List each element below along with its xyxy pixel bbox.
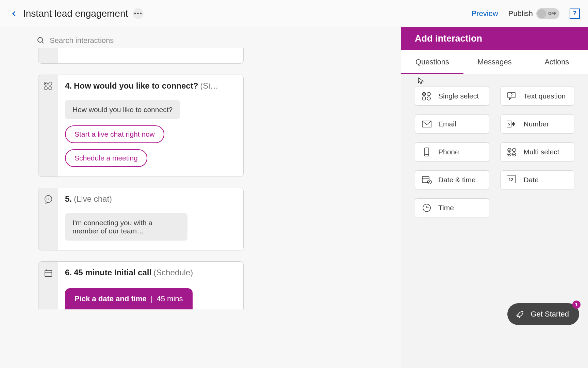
tab-actions[interactable]: Actions — [526, 50, 588, 74]
panel-tabs: Questions Messages Actions — [401, 50, 588, 74]
page-title: Instant lead engagement — [23, 8, 128, 19]
card-gutter — [38, 75, 58, 177]
svg-line-1 — [42, 42, 44, 43]
svg-point-5 — [44, 87, 47, 90]
email-icon — [421, 119, 432, 129]
top-bar: Instant lead engagement ••• Preview Publ… — [0, 0, 588, 27]
svg-point-9 — [48, 199, 49, 200]
help-button[interactable]: ? — [570, 9, 580, 19]
single-select-icon — [421, 91, 432, 101]
card-title-text: 45 minute Initial call — [74, 268, 151, 277]
qtype-label: Number — [524, 120, 549, 128]
workspace: 4. How would you like to connect? (Si… H… — [0, 27, 588, 368]
card-index: 6. — [65, 268, 72, 277]
svg-point-26 — [512, 148, 516, 152]
svg-point-0 — [38, 37, 43, 42]
publish-label: Publish — [508, 9, 533, 18]
card-type-meta: (Si… — [200, 81, 218, 91]
clock-icon — [421, 203, 432, 213]
svg-rect-11 — [45, 271, 52, 277]
svg-point-4 — [48, 82, 51, 85]
single-select-icon — [43, 81, 53, 91]
interaction-card-4[interactable]: 4. How would you like to connect? (Si… H… — [38, 75, 244, 177]
qtype-single-select[interactable]: Single select — [415, 87, 489, 106]
get-started-button[interactable]: Get Started 1 — [507, 303, 579, 325]
option-pill[interactable]: Start a live chat right now — [65, 125, 164, 143]
option-pills: Start a live chat right now Schedule a m… — [65, 119, 236, 167]
search-icon — [37, 36, 45, 45]
svg-point-19 — [427, 97, 430, 100]
qtype-time[interactable]: Time — [415, 198, 489, 217]
qtype-number[interactable]: 5 Number — [500, 114, 575, 134]
multi-select-icon — [507, 147, 518, 157]
qtype-date[interactable]: 12 Date — [500, 170, 575, 189]
side-panel: Add interaction Questions Messages Actio… — [401, 27, 588, 368]
search-row — [37, 36, 172, 45]
card-type-meta: (Live chat) — [74, 194, 112, 204]
phone-icon — [421, 147, 432, 157]
get-started-label: Get Started — [530, 310, 569, 319]
message-bubble: I'm connecting you with a member of our … — [65, 213, 187, 241]
qtype-date-time[interactable]: Date & time — [415, 170, 489, 189]
svg-rect-29 — [422, 177, 429, 183]
back-button[interactable] — [8, 7, 20, 20]
card-title: 6. 45 minute Initial call (Schedule) — [65, 268, 236, 277]
card-type-meta: (Schedule) — [153, 268, 193, 277]
get-started-badge: 1 — [572, 301, 581, 309]
card-gutter — [38, 262, 58, 309]
card-body: 6. 45 minute Initial call (Schedule) Pic… — [58, 262, 243, 309]
publish-toggle-state: OFF — [546, 8, 558, 19]
schedule-cta-duration: 45 mins — [157, 294, 183, 303]
date-icon: 12 — [507, 175, 518, 185]
svg-point-3 — [45, 83, 46, 85]
tab-messages[interactable]: Messages — [463, 50, 526, 74]
qtype-label: Text question — [524, 92, 566, 100]
qtype-label: Time — [438, 204, 454, 212]
svg-point-10 — [49, 199, 50, 200]
date-time-icon — [421, 175, 432, 185]
chat-icon — [43, 194, 53, 204]
card-column: 4. How would you like to connect? (Si… H… — [38, 48, 244, 309]
card-index: 4. — [65, 81, 72, 91]
interaction-card-5[interactable]: 5. (Live chat) I'm connecting you with a… — [38, 188, 244, 250]
qtype-multi-select[interactable]: Multi select — [500, 142, 575, 162]
schedule-cta[interactable]: Pick a date and time | 45 mins — [65, 288, 193, 309]
card-gutter — [38, 188, 58, 250]
qtype-label: Single select — [438, 92, 479, 100]
qtype-phone[interactable]: Phone — [415, 142, 489, 162]
publish-toggle[interactable]: OFF — [536, 8, 559, 19]
card-stub-prev[interactable] — [38, 48, 244, 64]
more-menu-button[interactable]: ••• — [133, 8, 144, 19]
card-body: 4. How would you like to connect? (Si… H… — [58, 75, 243, 177]
qtype-label: Email — [438, 120, 456, 128]
text-question-icon: ? — [507, 91, 518, 101]
svg-point-17 — [427, 92, 430, 96]
schedule-cta-sep: | — [151, 294, 153, 303]
interaction-card-6[interactable]: 6. 45 minute Initial call (Schedule) Pic… — [38, 261, 244, 309]
calendar-icon — [43, 268, 53, 278]
qtype-email[interactable]: Email — [415, 114, 489, 134]
tab-questions[interactable]: Questions — [401, 50, 463, 74]
qtype-label: Phone — [438, 148, 459, 156]
number-icon: 5 — [507, 119, 518, 129]
message-bubble: How would you like to connect? — [65, 100, 180, 119]
qtype-text-question[interactable]: ? Text question — [500, 87, 575, 106]
qtype-label: Date & time — [438, 176, 476, 184]
card-title: 5. (Live chat) — [65, 194, 236, 204]
schedule-cta-label: Pick a date and time — [75, 294, 147, 303]
search-input[interactable] — [50, 36, 172, 45]
option-pill[interactable]: Schedule a meeting — [65, 149, 147, 167]
svg-point-18 — [422, 97, 426, 100]
svg-point-16 — [423, 93, 425, 95]
card-gutter — [38, 48, 58, 63]
qtype-label: Date — [524, 176, 539, 184]
top-bar-right: Preview Publish OFF ? — [472, 8, 580, 19]
card-title-text: How would you like to connect? — [74, 81, 198, 91]
svg-text:?: ? — [510, 93, 512, 97]
publish-control: Publish OFF — [508, 8, 559, 19]
panel-title: Add interaction — [401, 27, 588, 50]
question-type-grid: Single select ? Text question Email 5 — [401, 74, 588, 230]
svg-point-6 — [48, 87, 51, 90]
preview-link[interactable]: Preview — [472, 9, 498, 18]
card-body: 5. (Live chat) I'm connecting you with a… — [58, 188, 243, 250]
